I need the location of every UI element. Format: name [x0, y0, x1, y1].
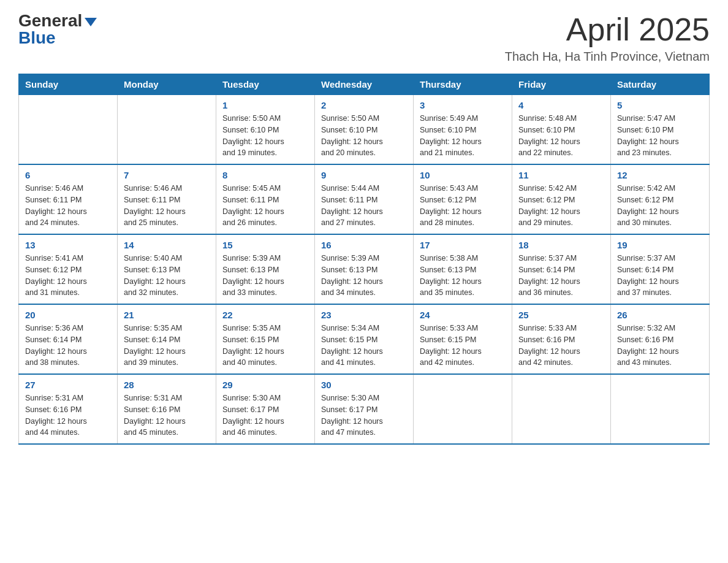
calendar-table: SundayMondayTuesdayWednesdayThursdayFrid…: [18, 74, 710, 445]
page-header: General Blue April 2025 Thach Ha, Ha Tin…: [18, 12, 710, 64]
logo-general-text: General: [18, 11, 82, 30]
main-title: April 2025: [505, 12, 710, 47]
calendar-cell: 16Sunrise: 5:39 AM Sunset: 6:13 PM Dayli…: [315, 234, 414, 304]
day-info: Sunrise: 5:30 AM Sunset: 6:17 PM Dayligh…: [321, 393, 407, 439]
day-info: Sunrise: 5:40 AM Sunset: 6:13 PM Dayligh…: [124, 253, 210, 299]
day-number: 29: [222, 380, 308, 390]
calendar-header: SundayMondayTuesdayWednesdayThursdayFrid…: [19, 74, 710, 95]
calendar-cell: 19Sunrise: 5:37 AM Sunset: 6:14 PM Dayli…: [611, 234, 710, 304]
calendar-cell: 28Sunrise: 5:31 AM Sunset: 6:16 PM Dayli…: [118, 374, 216, 444]
day-number: 14: [124, 240, 210, 250]
day-number: 5: [617, 100, 703, 110]
calendar-cell: 11Sunrise: 5:42 AM Sunset: 6:12 PM Dayli…: [512, 164, 611, 234]
day-number: 26: [617, 310, 703, 320]
calendar-cell: 7Sunrise: 5:46 AM Sunset: 6:11 PM Daylig…: [118, 164, 216, 234]
day-info: Sunrise: 5:48 AM Sunset: 6:10 PM Dayligh…: [518, 113, 604, 159]
calendar-cell: 1Sunrise: 5:50 AM Sunset: 6:10 PM Daylig…: [216, 95, 315, 165]
day-info: Sunrise: 5:45 AM Sunset: 6:11 PM Dayligh…: [222, 183, 308, 229]
title-block: April 2025 Thach Ha, Ha Tinh Province, V…: [505, 12, 710, 64]
day-number: 6: [25, 170, 111, 180]
day-of-week-header: Tuesday: [216, 74, 315, 95]
day-number: 2: [321, 100, 407, 110]
day-number: 13: [25, 240, 111, 250]
calendar-cell: 5Sunrise: 5:47 AM Sunset: 6:10 PM Daylig…: [611, 95, 710, 165]
calendar-cell: [118, 95, 216, 165]
day-info: Sunrise: 5:36 AM Sunset: 6:14 PM Dayligh…: [25, 323, 111, 369]
day-number: 8: [222, 170, 308, 180]
day-number: 17: [420, 240, 506, 250]
day-number: 28: [124, 380, 210, 390]
day-of-week-header: Wednesday: [315, 74, 414, 95]
day-number: 12: [617, 170, 703, 180]
day-info: Sunrise: 5:49 AM Sunset: 6:10 PM Dayligh…: [420, 113, 506, 159]
day-info: Sunrise: 5:39 AM Sunset: 6:13 PM Dayligh…: [321, 253, 407, 299]
calendar-week-row: 20Sunrise: 5:36 AM Sunset: 6:14 PM Dayli…: [19, 304, 710, 374]
day-info: Sunrise: 5:30 AM Sunset: 6:17 PM Dayligh…: [222, 393, 308, 439]
calendar-cell: 14Sunrise: 5:40 AM Sunset: 6:13 PM Dayli…: [118, 234, 216, 304]
day-info: Sunrise: 5:37 AM Sunset: 6:14 PM Dayligh…: [518, 253, 604, 299]
day-number: 19: [617, 240, 703, 250]
calendar-cell: 23Sunrise: 5:34 AM Sunset: 6:15 PM Dayli…: [315, 304, 414, 374]
header-row: SundayMondayTuesdayWednesdayThursdayFrid…: [19, 74, 710, 95]
day-number: 11: [518, 170, 604, 180]
calendar-cell: 26Sunrise: 5:32 AM Sunset: 6:16 PM Dayli…: [611, 304, 710, 374]
day-info: Sunrise: 5:34 AM Sunset: 6:15 PM Dayligh…: [321, 323, 407, 369]
calendar-cell: 15Sunrise: 5:39 AM Sunset: 6:13 PM Dayli…: [216, 234, 315, 304]
calendar-cell: 4Sunrise: 5:48 AM Sunset: 6:10 PM Daylig…: [512, 95, 611, 165]
day-info: Sunrise: 5:47 AM Sunset: 6:10 PM Dayligh…: [617, 113, 703, 159]
calendar-cell: 3Sunrise: 5:49 AM Sunset: 6:10 PM Daylig…: [414, 95, 512, 165]
day-info: Sunrise: 5:31 AM Sunset: 6:16 PM Dayligh…: [25, 393, 111, 439]
day-of-week-header: Saturday: [611, 74, 710, 95]
day-number: 4: [518, 100, 604, 110]
day-info: Sunrise: 5:38 AM Sunset: 6:13 PM Dayligh…: [420, 253, 506, 299]
calendar-cell: 20Sunrise: 5:36 AM Sunset: 6:14 PM Dayli…: [19, 304, 118, 374]
day-info: Sunrise: 5:33 AM Sunset: 6:15 PM Dayligh…: [420, 323, 506, 369]
calendar-cell: 9Sunrise: 5:44 AM Sunset: 6:11 PM Daylig…: [315, 164, 414, 234]
calendar-week-row: 27Sunrise: 5:31 AM Sunset: 6:16 PM Dayli…: [19, 374, 710, 444]
calendar-body: 1Sunrise: 5:50 AM Sunset: 6:10 PM Daylig…: [19, 95, 710, 445]
day-number: 30: [321, 380, 407, 390]
calendar-cell: [611, 374, 710, 444]
calendar-cell: 30Sunrise: 5:30 AM Sunset: 6:17 PM Dayli…: [315, 374, 414, 444]
day-info: Sunrise: 5:46 AM Sunset: 6:11 PM Dayligh…: [25, 183, 111, 229]
calendar-cell: 8Sunrise: 5:45 AM Sunset: 6:11 PM Daylig…: [216, 164, 315, 234]
calendar-cell: 2Sunrise: 5:50 AM Sunset: 6:10 PM Daylig…: [315, 95, 414, 165]
calendar-week-row: 1Sunrise: 5:50 AM Sunset: 6:10 PM Daylig…: [19, 95, 710, 165]
day-info: Sunrise: 5:46 AM Sunset: 6:11 PM Dayligh…: [124, 183, 210, 229]
day-info: Sunrise: 5:41 AM Sunset: 6:12 PM Dayligh…: [25, 253, 111, 299]
day-info: Sunrise: 5:39 AM Sunset: 6:13 PM Dayligh…: [222, 253, 308, 299]
calendar-cell: 27Sunrise: 5:31 AM Sunset: 6:16 PM Dayli…: [19, 374, 118, 444]
logo-top: General: [18, 12, 97, 29]
day-of-week-header: Thursday: [414, 74, 512, 95]
day-info: Sunrise: 5:37 AM Sunset: 6:14 PM Dayligh…: [617, 253, 703, 299]
calendar-cell: 29Sunrise: 5:30 AM Sunset: 6:17 PM Dayli…: [216, 374, 315, 444]
day-number: 22: [222, 310, 308, 320]
day-info: Sunrise: 5:50 AM Sunset: 6:10 PM Dayligh…: [321, 113, 407, 159]
calendar-cell: [414, 374, 512, 444]
day-info: Sunrise: 5:42 AM Sunset: 6:12 PM Dayligh…: [617, 183, 703, 229]
day-info: Sunrise: 5:33 AM Sunset: 6:16 PM Dayligh…: [518, 323, 604, 369]
day-info: Sunrise: 5:35 AM Sunset: 6:15 PM Dayligh…: [222, 323, 308, 369]
day-number: 9: [321, 170, 407, 180]
day-of-week-header: Friday: [512, 74, 611, 95]
day-number: 21: [124, 310, 210, 320]
day-of-week-header: Monday: [118, 74, 216, 95]
day-number: 7: [124, 170, 210, 180]
calendar-cell: 10Sunrise: 5:43 AM Sunset: 6:12 PM Dayli…: [414, 164, 512, 234]
subtitle: Thach Ha, Ha Tinh Province, Vietnam: [505, 50, 710, 64]
day-number: 1: [222, 100, 308, 110]
day-info: Sunrise: 5:31 AM Sunset: 6:16 PM Dayligh…: [124, 393, 210, 439]
calendar-cell: 24Sunrise: 5:33 AM Sunset: 6:15 PM Dayli…: [414, 304, 512, 374]
day-info: Sunrise: 5:50 AM Sunset: 6:10 PM Dayligh…: [222, 113, 308, 159]
calendar-week-row: 13Sunrise: 5:41 AM Sunset: 6:12 PM Dayli…: [19, 234, 710, 304]
day-info: Sunrise: 5:32 AM Sunset: 6:16 PM Dayligh…: [617, 323, 703, 369]
day-number: 20: [25, 310, 111, 320]
day-number: 16: [321, 240, 407, 250]
calendar-cell: 25Sunrise: 5:33 AM Sunset: 6:16 PM Dayli…: [512, 304, 611, 374]
calendar-cell: [19, 95, 118, 165]
logo-triangle-icon: [85, 18, 97, 26]
calendar-week-row: 6Sunrise: 5:46 AM Sunset: 6:11 PM Daylig…: [19, 164, 710, 234]
logo: General Blue: [18, 12, 97, 47]
calendar-cell: 21Sunrise: 5:35 AM Sunset: 6:14 PM Dayli…: [118, 304, 216, 374]
day-number: 23: [321, 310, 407, 320]
